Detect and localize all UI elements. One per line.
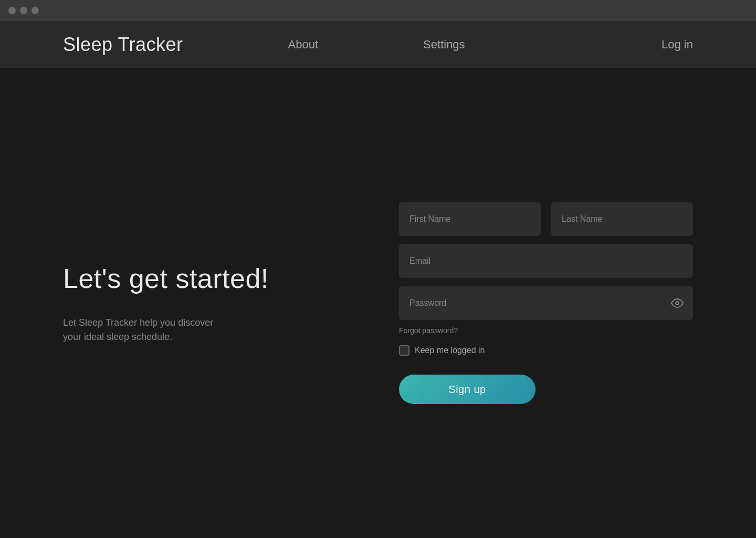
keep-logged-in-label: Keep me logged in: [415, 346, 485, 355]
signup-form: Forgot password? Keep me logged in Sign …: [399, 202, 693, 404]
maximize-dot: [32, 7, 39, 14]
main-content: Let's get started! Let Sleep Tracker hel…: [0, 68, 756, 538]
nav-about[interactable]: About: [288, 38, 319, 51]
email-input[interactable]: [399, 244, 693, 278]
name-row: [399, 202, 693, 236]
svg-point-0: [676, 302, 679, 305]
close-dot: [8, 7, 16, 14]
brand-logo[interactable]: Sleep Tracker: [63, 34, 183, 56]
password-wrapper: [399, 286, 693, 320]
hero-subtitle: Let Sleep Tracker help you discoveryour …: [63, 316, 294, 344]
titlebar: [0, 0, 756, 21]
keep-logged-in-checkbox[interactable]: [399, 345, 410, 356]
forgot-password-link[interactable]: Forgot password?: [399, 326, 693, 335]
hero-title: Let's get started!: [63, 262, 294, 295]
keep-logged-in-row: Keep me logged in: [399, 345, 693, 356]
signup-button[interactable]: Sign up: [399, 375, 536, 404]
nav-settings[interactable]: Settings: [423, 38, 465, 51]
password-toggle-icon[interactable]: [671, 297, 684, 309]
password-input[interactable]: [399, 286, 693, 320]
navbar: Sleep Tracker About Settings Log in: [0, 21, 756, 68]
nav-login[interactable]: Log in: [662, 38, 693, 51]
last-name-input[interactable]: [551, 202, 693, 236]
left-section: Let's get started! Let Sleep Tracker hel…: [63, 262, 326, 344]
first-name-input[interactable]: [399, 202, 541, 236]
nav-links: About Settings: [288, 38, 662, 51]
window-controls: [8, 7, 39, 14]
minimize-dot: [20, 7, 27, 14]
